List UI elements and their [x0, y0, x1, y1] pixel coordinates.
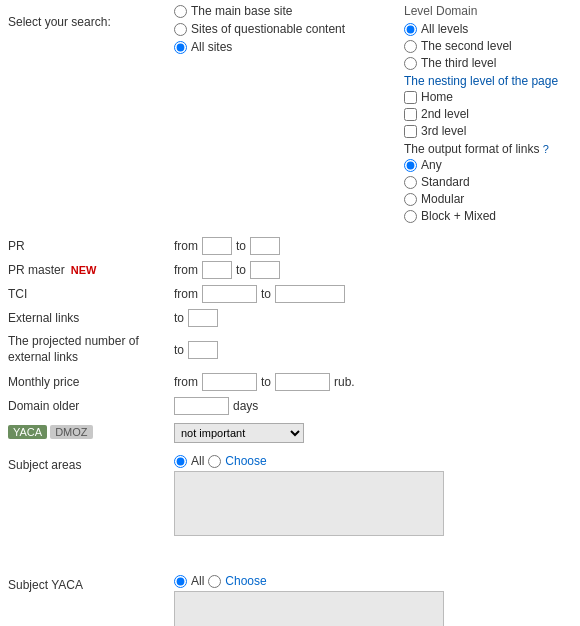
monthly-price-label: Monthly price	[8, 375, 79, 389]
radio-third-level[interactable]	[404, 57, 417, 70]
radio-all-sites[interactable]	[174, 41, 187, 54]
monthly-from-label: from	[174, 375, 198, 389]
subject-areas-all-label: All	[191, 454, 204, 468]
importance-dropdown[interactable]: not important important very important	[174, 423, 304, 443]
checkbox-3rd-level-label: 3rd level	[421, 124, 466, 138]
radio-subject-areas-choose[interactable]	[208, 455, 221, 468]
checkbox-home-label: Home	[421, 90, 453, 104]
rub-label: rub.	[334, 375, 355, 389]
radio-main-site-label: The main base site	[191, 4, 292, 18]
dmoz-badge: DMOZ	[50, 425, 92, 439]
monthly-from-input[interactable]	[202, 373, 257, 391]
radio-all-levels[interactable]	[404, 23, 417, 36]
pr-label: PR	[8, 239, 25, 253]
checkbox-2nd-level-label: 2nd level	[421, 107, 469, 121]
checkbox-3rd-level[interactable]	[404, 125, 417, 138]
pr-master-from-input[interactable]	[202, 261, 232, 279]
radio-any-format[interactable]	[404, 159, 417, 172]
nesting-label: The nesting level of the page	[404, 74, 576, 88]
days-label: days	[233, 399, 258, 413]
domain-older-input[interactable]	[174, 397, 229, 415]
pr-master-label: PR master	[8, 263, 65, 277]
pr-to-label: to	[236, 239, 246, 253]
pr-from-label: from	[174, 239, 198, 253]
subject-yaca-choose-link[interactable]: Choose	[225, 574, 266, 588]
radio-main-site[interactable]	[174, 5, 187, 18]
radio-any-format-label: Any	[421, 158, 442, 172]
radio-block-mixed-format[interactable]	[404, 210, 417, 223]
subject-areas-choose-link[interactable]: Choose	[225, 454, 266, 468]
projected-to-label: to	[174, 343, 184, 357]
yaca-badge: YACA	[8, 425, 47, 439]
radio-subject-yaca-choose[interactable]	[208, 575, 221, 588]
radio-standard-format[interactable]	[404, 176, 417, 189]
radio-second-level-label: The second level	[421, 39, 512, 53]
radio-questionable-site[interactable]	[174, 23, 187, 36]
pr-master-from-label: from	[174, 263, 198, 277]
ext-links-to-label: to	[174, 311, 184, 325]
tci-to-input[interactable]	[275, 285, 345, 303]
radio-third-level-label: The third level	[421, 56, 496, 70]
tci-from-input[interactable]	[202, 285, 257, 303]
pr-master-to-label: to	[236, 263, 246, 277]
output-format-question[interactable]: ?	[543, 143, 549, 155]
pr-master-to-input[interactable]	[250, 261, 280, 279]
radio-modular-format[interactable]	[404, 193, 417, 206]
checkbox-home[interactable]	[404, 91, 417, 104]
level-domain-title: Level Domain	[404, 4, 576, 18]
subject-yaca-all-label: All	[191, 574, 204, 588]
subject-yaca-textarea[interactable]	[174, 591, 444, 626]
radio-subject-yaca-all[interactable]	[174, 575, 187, 588]
projected-to-input[interactable]	[188, 341, 218, 359]
ext-links-to-input[interactable]	[188, 309, 218, 327]
checkbox-2nd-level[interactable]	[404, 108, 417, 121]
monthly-to-input[interactable]	[275, 373, 330, 391]
tci-to-label: to	[261, 287, 271, 301]
radio-all-levels-label: All levels	[421, 22, 468, 36]
subject-yaca-label: Subject YACA	[8, 578, 83, 592]
pr-from-input[interactable]	[202, 237, 232, 255]
radio-questionable-site-label: Sites of questionable content	[191, 22, 345, 36]
new-badge: NEW	[71, 264, 97, 276]
domain-older-label: Domain older	[8, 399, 79, 413]
radio-block-mixed-format-label: Block + Mixed	[421, 209, 496, 223]
radio-all-sites-label: All sites	[191, 40, 232, 54]
monthly-to-label: to	[261, 375, 271, 389]
radio-second-level[interactable]	[404, 40, 417, 53]
output-format-label: The output format of links ?	[404, 142, 576, 156]
radio-standard-format-label: Standard	[421, 175, 470, 189]
subject-areas-label: Subject areas	[8, 458, 81, 472]
tci-from-label: from	[174, 287, 198, 301]
projected-links-label: The projected number of external links	[8, 334, 162, 365]
tci-label: TCI	[8, 287, 27, 301]
search-label: Select your search:	[8, 15, 111, 29]
radio-subject-areas-all[interactable]	[174, 455, 187, 468]
subject-areas-textarea[interactable]	[174, 471, 444, 536]
external-links-label: External links	[8, 311, 79, 325]
radio-modular-format-label: Modular	[421, 192, 464, 206]
pr-to-input[interactable]	[250, 237, 280, 255]
